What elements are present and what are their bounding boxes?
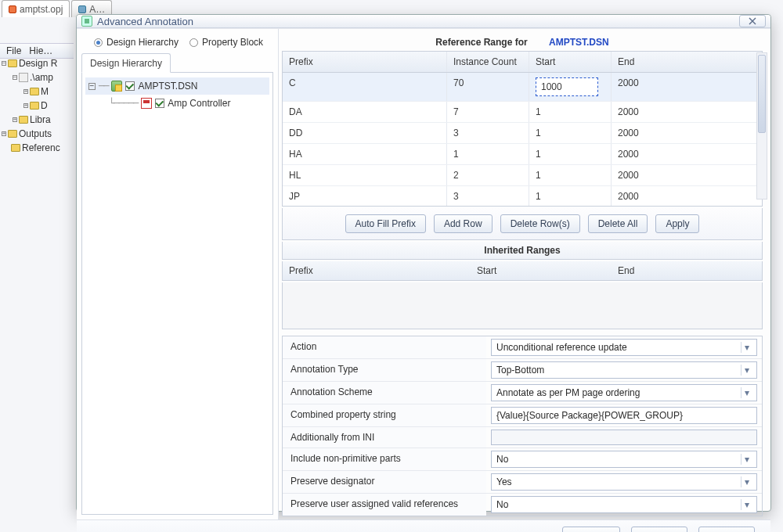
cell-start[interactable]: 1000	[529, 73, 612, 101]
collapse-icon[interactable]: −	[2, 61, 6, 66]
table-row[interactable]: HL 2 1 2000	[283, 165, 762, 186]
expand-icon[interactable]: +	[23, 89, 28, 94]
expand-icon[interactable]: +	[13, 117, 17, 122]
scrollbar-thumb[interactable]	[758, 55, 766, 133]
label-additionally-ini: Additionally from INI	[283, 427, 486, 448]
col-start[interactable]: Start	[529, 52, 612, 72]
cell-start[interactable]: 1	[529, 102, 612, 122]
tree-node-child[interactable]: └───── Amp Controller	[85, 95, 269, 112]
label-preserve-designator: Preserve designator	[283, 471, 486, 493]
cell-end[interactable]: 2000	[612, 73, 729, 101]
file-icon	[19, 73, 28, 82]
apply-button[interactable]: Apply	[655, 214, 699, 233]
folder-icon	[8, 59, 17, 67]
tree-node-label: Amp Controller	[168, 98, 230, 109]
col-end[interactable]: End	[612, 261, 729, 280]
tree-connector: └─────	[109, 98, 138, 109]
radio-design-hierarchy[interactable]: Design Hierarchy	[94, 37, 179, 48]
input-value: {Value}{Source Package}{POWER_GROUP}	[496, 410, 683, 421]
cell-prefix[interactable]: HA	[283, 144, 447, 164]
menu-file[interactable]: File	[6, 45, 21, 56]
cell-count[interactable]: 7	[447, 102, 529, 122]
combo-value: Top-Bottom	[496, 365, 544, 376]
cell-start[interactable]: 1	[529, 144, 612, 164]
combo-annotation-type[interactable]: Top-Bottom▾	[491, 361, 757, 379]
inherited-ranges-title: Inherited Ranges	[282, 242, 763, 260]
combo-value: Yes	[496, 476, 512, 487]
combo-value: No	[496, 499, 508, 510]
input-additionally-ini[interactable]	[491, 430, 757, 445]
tree-node-dsn[interactable]: − ── AMPTST.DSN	[85, 77, 269, 95]
cell-prefix[interactable]: JP	[283, 186, 447, 206]
cell-end[interactable]: 2000	[612, 165, 729, 185]
cell-end[interactable]: 2000	[612, 102, 729, 122]
combo-action[interactable]: Unconditional reference update▾	[491, 339, 757, 356]
table-row[interactable]: DD 3 1 2000	[283, 123, 762, 144]
cell-count[interactable]: 1	[447, 144, 529, 164]
cell-count[interactable]: 70	[447, 73, 529, 101]
checkbox[interactable]	[155, 99, 164, 108]
input-combined-property[interactable]: {Value}{Source Package}{POWER_GROUP}	[491, 407, 757, 424]
expand-icon[interactable]: +	[2, 131, 6, 136]
grid-scrollbar[interactable]	[756, 52, 767, 200]
dialog-title: Advanced Annotation	[97, 16, 739, 27]
cell-prefix[interactable]: DD	[283, 123, 447, 143]
cell-prefix[interactable]: C	[283, 73, 447, 101]
help-button[interactable]: Help	[698, 527, 755, 532]
col-instance-count[interactable]: Instance Count	[447, 52, 529, 72]
cell-end[interactable]: 2000	[612, 123, 729, 143]
cell-start-input[interactable]: 1000	[536, 77, 598, 96]
cell-prefix[interactable]: HL	[283, 165, 447, 185]
menu-hierarchy[interactable]: Hie…	[29, 45, 52, 56]
folder-icon	[30, 102, 39, 110]
radio-label: Property Block	[202, 37, 263, 48]
tab-design-hierarchy[interactable]: Design Hierarchy	[81, 53, 171, 73]
close-button[interactable]: Close	[631, 527, 687, 532]
table-row[interactable]: HA 1 1 2000	[283, 144, 762, 165]
cell-start[interactable]: 1	[529, 123, 612, 143]
hierarchy-tree: − ── AMPTST.DSN └───── Amp Controller	[81, 72, 273, 515]
combo-preserve-designator[interactable]: Yes▾	[491, 473, 757, 491]
delete-rows-button[interactable]: Delete Row(s)	[500, 214, 580, 233]
titlebar[interactable]: Advanced Annotation	[77, 15, 770, 28]
annotate-button[interactable]: Annotate	[562, 527, 620, 532]
checkbox[interactable]	[125, 81, 135, 91]
col-prefix[interactable]: Prefix	[283, 52, 447, 72]
combo-include-nonprimitive[interactable]: No▾	[491, 451, 757, 468]
close-button[interactable]	[739, 15, 766, 27]
tab-amptst[interactable]: amptst.opj	[2, 0, 70, 17]
table-row[interactable]: JP 3 1 2000	[283, 186, 762, 206]
table-row[interactable]: DA 7 1 2000	[283, 102, 762, 123]
col-end[interactable]: End	[612, 52, 729, 72]
expand-icon[interactable]: +	[23, 103, 28, 108]
col-prefix[interactable]: Prefix	[283, 261, 471, 280]
cell-start[interactable]: 1	[529, 186, 612, 206]
cell-count[interactable]: 3	[447, 123, 529, 143]
combo-preserve-user-refs[interactable]: No▾	[491, 496, 757, 513]
cell-end[interactable]: 2000	[612, 186, 729, 206]
cell-count[interactable]: 3	[447, 186, 529, 206]
project-icon	[78, 5, 86, 13]
collapse-icon[interactable]: −	[88, 83, 96, 90]
table-row[interactable]: C 70 1000 2000	[283, 73, 762, 102]
add-row-button[interactable]: Add Row	[434, 214, 493, 233]
cell-count[interactable]: 2	[447, 165, 529, 185]
collapse-icon[interactable]: −	[13, 75, 17, 80]
col-start[interactable]: Start	[471, 261, 612, 280]
label-action: Action	[283, 336, 486, 358]
combo-value: Annotate as per PM page ordering	[496, 387, 640, 398]
reference-range-header: Reference Range for AMPTST.DSN	[279, 32, 766, 49]
project-icon	[9, 5, 16, 13]
cell-prefix[interactable]: DA	[283, 102, 447, 122]
auto-fill-prefix-button[interactable]: Auto Fill Prefix	[345, 214, 426, 233]
cell-end[interactable]: 2000	[612, 144, 729, 164]
chevron-down-icon: ▾	[741, 342, 752, 353]
combo-value: No	[496, 454, 508, 465]
radio-property-block[interactable]: Property Block	[189, 37, 263, 48]
delete-all-button[interactable]: Delete All	[588, 214, 648, 233]
radio-icon	[94, 38, 103, 47]
combo-annotation-scheme[interactable]: Annotate as per PM page ordering▾	[491, 384, 757, 401]
cell-start[interactable]: 1	[529, 165, 612, 185]
folder-icon	[11, 144, 20, 152]
label-preserve-user-refs: Preserve user assigned valid references	[283, 494, 486, 516]
